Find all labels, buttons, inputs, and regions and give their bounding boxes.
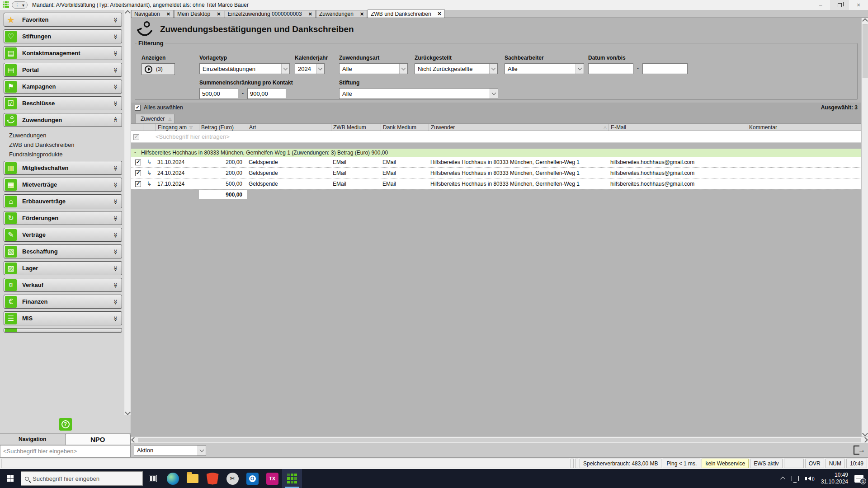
zuwendungsart-select[interactable]: Alle bbox=[339, 63, 408, 74]
sidebar-item-beschaffung[interactable]: ▧Beschaffung≫ bbox=[4, 244, 122, 258]
help-button[interactable]: ? bbox=[59, 418, 72, 431]
window-menu-button[interactable]: ⋮▾ bbox=[12, 1, 28, 9]
tab-zwb-und-dankschreiben[interactable]: ZWB und Dankschreiben✕ bbox=[368, 9, 445, 18]
sidebar-item-lager[interactable]: ▨Lager≫ bbox=[4, 261, 122, 275]
col-zwb-medium[interactable]: ZWB Medium bbox=[331, 124, 381, 131]
tab-close-icon[interactable]: ✕ bbox=[217, 11, 221, 17]
scrollbar-lane[interactable] bbox=[138, 438, 861, 442]
taskbar-search[interactable] bbox=[21, 471, 143, 486]
taskbar-app-brave[interactable] bbox=[203, 469, 222, 488]
taskbar-app-outlook[interactable]: O bbox=[242, 469, 262, 488]
sidebar-subitem-zwb-und-dankschreiben[interactable]: ZWB und Dankschreiben bbox=[9, 140, 122, 150]
notification-icon[interactable]: 1 bbox=[854, 475, 863, 483]
tab-close-icon[interactable]: ✕ bbox=[308, 11, 312, 17]
scroll-up-icon[interactable] bbox=[125, 10, 131, 16]
sidebar-subitem-fundraisingprodukte[interactable]: Fundraisingprodukte bbox=[9, 150, 122, 159]
logout-button[interactable]: → bbox=[852, 445, 865, 456]
group-header-row[interactable]: - Hilfsbereites Hochhaus in 80333 Münche… bbox=[131, 149, 861, 157]
speaker-icon[interactable]: )) bbox=[805, 476, 815, 481]
sidebar-item-foerderungen[interactable]: ↻Förderungen≫ bbox=[4, 211, 122, 225]
tab-zuwendungen[interactable]: Zuwendungen✕ bbox=[316, 10, 367, 18]
datum-von-input[interactable] bbox=[588, 63, 633, 74]
sidebar-scrollbar[interactable] bbox=[124, 10, 131, 415]
col-betrag[interactable]: Betrag (Euro) bbox=[199, 124, 247, 131]
scroll-left-icon[interactable] bbox=[131, 437, 137, 443]
aktion-select[interactable]: Aktion bbox=[134, 445, 206, 456]
col-art[interactable]: Art bbox=[247, 124, 331, 131]
table-search-input[interactable] bbox=[156, 133, 861, 140]
sidebar-item-mis[interactable]: ☰MIS≫ bbox=[4, 311, 122, 325]
minimize-button[interactable]: – bbox=[811, 0, 830, 10]
start-button[interactable] bbox=[0, 469, 21, 488]
group-by-chip[interactable]: Zuwender△ bbox=[136, 114, 175, 123]
taskbar-clock[interactable]: 10:49 31.10.2024 bbox=[821, 472, 848, 485]
tab-mein-desktop[interactable]: Mein Desktop✕ bbox=[174, 10, 224, 18]
anzeigen-button[interactable]: (3) bbox=[142, 63, 175, 75]
stiftung-select[interactable]: Alle bbox=[339, 88, 498, 99]
scroll-right-icon[interactable] bbox=[862, 437, 868, 443]
tab-navigation[interactable]: Navigation✕ bbox=[131, 10, 174, 18]
table-row[interactable]: ↳ 24.10.2024 200,00 Geldspende EMail EMa… bbox=[131, 168, 861, 178]
sidebar-tab-npo[interactable]: NPO bbox=[65, 434, 131, 445]
col-kommentar[interactable]: Kommentar bbox=[747, 124, 861, 131]
col-zuwender[interactable]: Zuwender△ bbox=[429, 124, 609, 131]
vorlagetyp-select[interactable]: Einzelbestätigungen bbox=[199, 63, 290, 74]
datum-bis-input[interactable] bbox=[642, 63, 688, 74]
row-checkbox[interactable] bbox=[135, 181, 141, 187]
row-checkbox[interactable] bbox=[135, 170, 141, 176]
tab-close-icon[interactable]: ✕ bbox=[166, 11, 170, 17]
row-checkbox[interactable] bbox=[135, 160, 141, 165]
sidebar-item-vertraege[interactable]: ✎Verträge≫ bbox=[4, 228, 122, 242]
zurueckgestellt-select[interactable]: Nicht Zurückgestellte bbox=[415, 63, 498, 74]
col-eingang[interactable]: Eingang am▽ bbox=[156, 124, 199, 131]
restore-button[interactable] bbox=[830, 0, 849, 10]
scroll-down-icon[interactable] bbox=[125, 409, 131, 415]
tab-close-icon[interactable]: ✕ bbox=[438, 11, 442, 17]
tab-einzelzuwendung[interactable]: Einzelzuwendung 0000000003✕ bbox=[225, 10, 316, 18]
col-email[interactable]: E-Mail bbox=[609, 124, 747, 131]
sidebar-item-clipped[interactable] bbox=[4, 328, 122, 333]
taskbar-app-snip[interactable]: ✂ bbox=[222, 469, 242, 488]
table-row[interactable]: ↳ 31.10.2024 200,00 Geldspende EMail EMa… bbox=[131, 157, 861, 168]
task-view-button[interactable] bbox=[143, 469, 163, 488]
main-scrollbar[interactable] bbox=[861, 18, 868, 436]
summe-von-input[interactable] bbox=[199, 88, 238, 99]
sidebar-tab-navigation[interactable]: Navigation bbox=[0, 434, 65, 445]
horizontal-scrollbar[interactable] bbox=[131, 436, 868, 443]
network-icon[interactable] bbox=[792, 476, 799, 481]
sidebar-item-zuwendungen[interactable]: Zuwendungen≫ bbox=[4, 113, 122, 127]
collapse-icon[interactable]: - bbox=[133, 150, 137, 156]
sidebar-item-kampagnen[interactable]: ⚑Kampagnen≫ bbox=[4, 80, 122, 94]
filter-row-checkbox[interactable] bbox=[133, 134, 139, 140]
tray-expand-icon[interactable] bbox=[780, 477, 785, 482]
table-row[interactable]: ↳ 17.10.2024 500,00 Geldspende EMail EMa… bbox=[131, 178, 861, 189]
scrollbar-thumb[interactable] bbox=[863, 24, 868, 78]
sidebar-item-portal[interactable]: ▤Portal≫ bbox=[4, 63, 122, 77]
summe-bis-input[interactable] bbox=[247, 88, 286, 99]
scroll-down-icon[interactable] bbox=[862, 431, 868, 436]
select-all-checkbox[interactable] bbox=[135, 105, 141, 111]
sachbearbeiter-select[interactable]: Alle bbox=[505, 63, 584, 74]
taskbar-app-tx[interactable]: TX bbox=[262, 469, 282, 488]
sidebar-item-verkauf[interactable]: ¤Verkauf≫ bbox=[4, 278, 122, 292]
sidebar-item-finanzen[interactable]: €Finanzen≫ bbox=[4, 295, 122, 309]
tab-close-icon[interactable]: ✕ bbox=[360, 11, 364, 17]
kalenderjahr-select[interactable]: 2024 bbox=[295, 63, 325, 74]
scroll-up-icon[interactable] bbox=[862, 18, 868, 24]
house-icon: ⌂ bbox=[5, 196, 17, 207]
sidebar-item-favoriten[interactable]: ★Favoriten≫ bbox=[4, 13, 122, 27]
sidebar-item-stiftungen[interactable]: ♡Stiftungen≫ bbox=[4, 29, 122, 43]
sidebar-item-kontaktmanagement[interactable]: ▤Kontaktmanagement≫ bbox=[4, 46, 122, 60]
col-dank-medium[interactable]: Dank Medium bbox=[381, 124, 429, 131]
taskbar-app-explorer[interactable] bbox=[183, 469, 203, 488]
sidebar-item-mitgliedschaften[interactable]: ▥Mitgliedschaften≫ bbox=[4, 161, 122, 175]
close-button[interactable]: × bbox=[849, 0, 868, 10]
sidebar-search-input[interactable] bbox=[0, 445, 131, 457]
sidebar-subitem-zuwendungen[interactable]: Zuwendungen bbox=[9, 131, 122, 140]
sidebar-item-mietvertraege[interactable]: ▦Mietverträge≫ bbox=[4, 178, 122, 192]
sidebar-item-beschluesse[interactable]: ☑Beschlüsse≫ bbox=[4, 96, 122, 110]
taskbar-app-edge[interactable] bbox=[163, 469, 183, 488]
taskbar-app-npo[interactable] bbox=[282, 469, 302, 488]
taskbar-search-input[interactable] bbox=[33, 475, 139, 482]
sidebar-item-erbbauvertraege[interactable]: ⌂Erbbauverträge≫ bbox=[4, 194, 122, 208]
